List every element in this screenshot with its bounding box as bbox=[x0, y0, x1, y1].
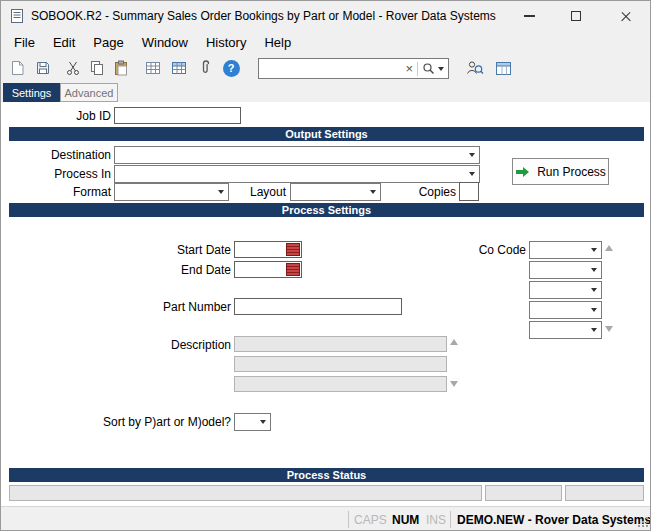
menu-file[interactable]: File bbox=[5, 32, 44, 53]
menu-edit[interactable]: Edit bbox=[44, 32, 84, 53]
run-arrow-icon bbox=[515, 166, 530, 178]
session-label: DEMO.NEW - Rover Data Systems bbox=[457, 513, 651, 527]
tab-settings[interactable]: Settings bbox=[3, 83, 60, 102]
paste-button[interactable] bbox=[109, 56, 133, 80]
paste-icon bbox=[113, 60, 129, 76]
part-number-input[interactable] bbox=[234, 298, 402, 315]
description-scroll-down-icon[interactable] bbox=[450, 381, 458, 387]
copies-input[interactable] bbox=[459, 182, 479, 201]
save-icon bbox=[35, 60, 51, 76]
menu-help[interactable]: Help bbox=[255, 32, 300, 53]
statusbar-separator bbox=[348, 511, 349, 528]
search-options-chevron-icon bbox=[438, 67, 444, 71]
close-icon bbox=[620, 10, 632, 22]
cut-button[interactable] bbox=[61, 56, 85, 80]
titlebar: SOBOOK.R2 - Summary Sales Order Bookings… bbox=[1, 1, 650, 31]
ins-indicator: INS bbox=[426, 513, 446, 527]
layout-dropdown-icon bbox=[365, 184, 380, 200]
menu-window[interactable]: Window bbox=[133, 32, 197, 53]
table-view-button[interactable] bbox=[491, 56, 515, 80]
tab-advanced[interactable]: Advanced bbox=[60, 83, 118, 102]
process-status-header: Process Status bbox=[9, 468, 644, 482]
co-code-select-1[interactable] bbox=[529, 241, 602, 259]
process-in-dropdown-icon bbox=[464, 166, 479, 182]
detail-grid-icon bbox=[171, 60, 187, 76]
start-date-label: Start Date bbox=[121, 243, 231, 257]
layout-select[interactable] bbox=[290, 183, 381, 201]
co-code-scroll-down-icon[interactable] bbox=[605, 326, 613, 332]
co-code-label: Co Code bbox=[421, 243, 526, 257]
copies-label: Copies bbox=[403, 185, 456, 199]
sort-by-select[interactable] bbox=[234, 413, 271, 431]
sort-by-dropdown-icon bbox=[255, 414, 270, 430]
job-id-label: Job ID bbox=[1, 109, 111, 123]
menu-page[interactable]: Page bbox=[84, 32, 132, 53]
menubar: File Edit Page Window History Help bbox=[1, 31, 650, 54]
menu-history[interactable]: History bbox=[197, 32, 255, 53]
new-document-button[interactable] bbox=[5, 56, 29, 80]
layout-label: Layout bbox=[233, 185, 286, 199]
destination-label: Destination bbox=[1, 148, 111, 162]
toolbar: ? × bbox=[1, 54, 650, 83]
description-field-1 bbox=[234, 336, 447, 352]
format-dropdown-icon bbox=[213, 184, 228, 200]
end-date-input[interactable] bbox=[234, 261, 302, 278]
description-label: Description bbox=[121, 338, 231, 352]
output-settings-header: Output Settings bbox=[9, 127, 644, 141]
description-field-2 bbox=[234, 356, 447, 372]
destination-select[interactable] bbox=[114, 146, 480, 164]
co-code-dropdown-icon bbox=[586, 282, 601, 298]
description-scroll-up-icon[interactable] bbox=[450, 339, 458, 345]
statusbar-separator bbox=[450, 511, 451, 528]
attachment-icon bbox=[197, 60, 213, 76]
sort-by-label: Sort by P)art or M)odel? bbox=[31, 415, 231, 429]
search-submit-button[interactable] bbox=[418, 62, 448, 75]
detail-grid-button[interactable] bbox=[167, 56, 191, 80]
window-title: SOBOOK.R2 - Summary Sales Order Bookings… bbox=[31, 9, 496, 23]
search-input[interactable] bbox=[259, 59, 401, 78]
run-process-button[interactable]: Run Process bbox=[512, 158, 609, 185]
co-code-select-4[interactable] bbox=[529, 301, 602, 319]
table-view-icon bbox=[495, 61, 512, 76]
cut-icon bbox=[65, 60, 81, 76]
run-process-label: Run Process bbox=[537, 165, 606, 179]
maximize-button[interactable] bbox=[554, 1, 598, 31]
start-date-input[interactable] bbox=[234, 241, 302, 258]
co-code-select-3[interactable] bbox=[529, 281, 602, 299]
co-code-select-5[interactable] bbox=[529, 321, 602, 339]
browse-grid-button[interactable] bbox=[141, 56, 165, 80]
co-code-scroll-up-icon[interactable] bbox=[605, 245, 613, 251]
app-icon bbox=[9, 8, 25, 24]
statusbar: CAPS NUM INS DEMO.NEW - Rover Data Syste… bbox=[1, 506, 650, 531]
process-in-label: Process In bbox=[1, 167, 111, 181]
attachment-button[interactable] bbox=[193, 56, 217, 80]
job-id-input[interactable] bbox=[114, 107, 241, 124]
copy-icon bbox=[89, 60, 105, 76]
process-in-select[interactable] bbox=[114, 165, 480, 183]
co-code-select-2[interactable] bbox=[529, 261, 602, 279]
browse-grid-icon bbox=[145, 60, 161, 76]
start-date-calendar-icon[interactable] bbox=[286, 243, 300, 256]
process-status-field-2 bbox=[485, 485, 562, 501]
save-button[interactable] bbox=[31, 56, 55, 80]
app-window: SOBOOK.R2 - Summary Sales Order Bookings… bbox=[0, 0, 651, 531]
resize-grip[interactable] bbox=[636, 515, 649, 531]
find-user-button[interactable] bbox=[463, 56, 487, 80]
search-icon bbox=[422, 62, 435, 75]
find-user-icon bbox=[466, 60, 484, 76]
search-clear-icon[interactable]: × bbox=[401, 62, 417, 75]
tab-strip: Settings Advanced bbox=[1, 83, 650, 102]
co-code-dropdown-icon bbox=[586, 322, 601, 338]
minimize-button[interactable] bbox=[507, 1, 551, 31]
help-icon: ? bbox=[223, 60, 240, 77]
help-button[interactable]: ? bbox=[219, 56, 243, 80]
end-date-label: End Date bbox=[121, 263, 231, 277]
part-number-label: Part Number bbox=[121, 300, 231, 314]
process-status-field-1 bbox=[9, 485, 482, 501]
co-code-dropdown-icon bbox=[586, 302, 601, 318]
copy-button[interactable] bbox=[85, 56, 109, 80]
maximize-icon bbox=[571, 11, 581, 21]
end-date-calendar-icon[interactable] bbox=[286, 263, 300, 276]
format-select[interactable] bbox=[114, 183, 229, 201]
close-button[interactable] bbox=[604, 1, 648, 31]
